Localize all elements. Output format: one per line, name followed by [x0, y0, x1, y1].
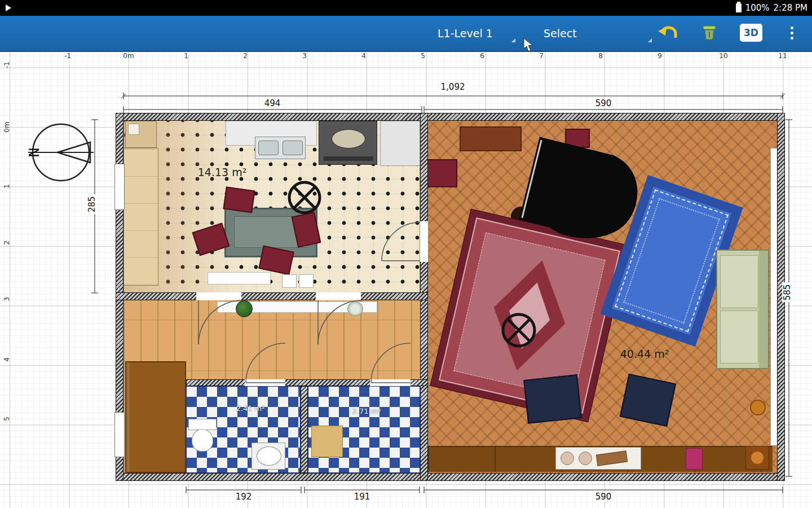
- overflow-dots-icon: [791, 27, 793, 40]
- sofa-cushion: [720, 310, 758, 364]
- baguette-icon: [596, 450, 628, 466]
- dim-kitchen-left: 285: [87, 195, 97, 214]
- three-d-button[interactable]: 3D: [740, 24, 762, 42]
- kitchen-box[interactable]: [299, 274, 314, 288]
- kitchen-chair[interactable]: [223, 187, 255, 213]
- ruler-top-label: 6: [480, 52, 484, 60]
- ruler-top-label: 7: [539, 52, 544, 60]
- sofa-cushion: [720, 255, 758, 308]
- wall-bottom[interactable]: [116, 473, 785, 481]
- dim-living-bottom: 590: [594, 492, 614, 502]
- dim-bath1-bottom: 192: [234, 492, 254, 502]
- kitchen-side-cabinets[interactable]: [123, 148, 158, 286]
- toolbar: L1-Level 1 Select 3D: [0, 16, 812, 52]
- kitchen-box[interactable]: [282, 274, 297, 288]
- dim-living-right: 585: [782, 283, 792, 303]
- ruler-top-label: 9: [657, 52, 662, 60]
- plate-icon: [561, 452, 574, 465]
- dim-total-top: 1,092: [439, 82, 467, 92]
- three-d-label: 3D: [744, 27, 758, 38]
- ruler-top-label: 4: [361, 52, 366, 60]
- serving-tray[interactable]: [555, 447, 641, 470]
- ruler-left-label: 5: [3, 417, 11, 421]
- bathroom-cabinet[interactable]: [311, 426, 343, 457]
- compass-north-label: N: [27, 147, 42, 157]
- wall-top[interactable]: [116, 113, 785, 121]
- bathroom1-area-label: 2.41 m²: [236, 404, 265, 413]
- potted-plant[interactable]: [236, 300, 253, 317]
- pretzel-icon[interactable]: [750, 400, 766, 415]
- kitchen-fridge[interactable]: [380, 121, 420, 166]
- ruler-left-label: 3: [3, 297, 11, 301]
- bread-icon: [751, 451, 764, 465]
- plate-icon: [579, 452, 592, 465]
- sink-basin: [283, 141, 303, 155]
- door-opening: [370, 379, 411, 386]
- tool-selector-label: Select: [544, 27, 577, 40]
- kitchen-area-label: 14.13 m²: [198, 166, 247, 178]
- pink-box[interactable]: [686, 448, 703, 470]
- status-bar: 100% 2:28 PM: [0, 0, 812, 16]
- bathroom2-area-label: 2.71 m²: [352, 407, 381, 415]
- dim-kitchen-top: 494: [263, 98, 283, 108]
- ruler-top-label: -1: [64, 52, 71, 60]
- toilet-tank[interactable]: [188, 419, 217, 430]
- window[interactable]: [114, 412, 125, 457]
- door-opening: [245, 379, 285, 386]
- ruler-top-label: 2: [243, 52, 248, 60]
- sofa[interactable]: [716, 249, 769, 369]
- bathroom-sink[interactable]: [251, 443, 285, 470]
- door-opening: [316, 292, 361, 300]
- window[interactable]: [114, 164, 125, 210]
- ruler-left-label: 4: [3, 357, 11, 362]
- kitchen-sink[interactable]: [255, 137, 306, 159]
- status-clock: 2:28 PM: [774, 3, 807, 13]
- ruler-top-label: 0m: [123, 52, 134, 60]
- basket[interactable]: [745, 446, 769, 470]
- trash-bin-icon: [701, 24, 718, 41]
- stool[interactable]: [565, 129, 590, 148]
- dim-living-top: 590: [594, 98, 614, 108]
- toilet-bowl[interactable]: [192, 429, 213, 452]
- door-opening: [420, 221, 428, 262]
- ottoman[interactable]: [523, 374, 582, 424]
- stove-handle: [324, 156, 373, 161]
- undo-icon: [658, 24, 678, 41]
- delete-button[interactable]: [697, 21, 722, 45]
- sink-basin: [258, 141, 279, 155]
- cursor-icon: [523, 38, 536, 53]
- ruler-left-label: 0m: [3, 121, 11, 132]
- ruler-top-label: 1: [184, 52, 188, 60]
- living-area-label: 40.44 m²: [620, 348, 669, 360]
- battery-percent: 100%: [745, 3, 770, 13]
- kitchen-stove[interactable]: [319, 121, 377, 165]
- door-opening: [196, 292, 241, 300]
- wall-kitchen-bottom[interactable]: [116, 292, 428, 300]
- cabinet-sink-icon: [128, 124, 139, 135]
- ruler-left-label: 2: [3, 240, 11, 245]
- ruler-left-label: -1: [3, 62, 11, 68]
- compass-icon: N: [27, 124, 94, 181]
- armchair[interactable]: [427, 159, 457, 187]
- console-table[interactable]: [460, 126, 522, 151]
- wall-bathroom-divider[interactable]: [301, 386, 308, 473]
- level-selector[interactable]: L1-Level 1: [434, 23, 515, 43]
- sink-bowl: [257, 446, 281, 466]
- tool-selector[interactable]: Select: [540, 23, 652, 43]
- overflow-menu-button[interactable]: [782, 21, 802, 45]
- rug-inner-pattern: [623, 198, 720, 323]
- ruler-top-label: 3: [302, 52, 307, 60]
- kitchen-low-shelf[interactable]: [208, 272, 271, 284]
- potted-plant[interactable]: [347, 301, 363, 316]
- ruler-left-label: 1: [3, 184, 11, 189]
- kitchen-corner-cabinet[interactable]: [125, 121, 157, 148]
- hallway-wardrobe[interactable]: [125, 361, 186, 473]
- plan-canvas[interactable]: -1 0m 1 2 3 4 5 6 7 8 9 10 11 -1 0m 1 2 …: [0, 51, 812, 508]
- undo-button[interactable]: [656, 21, 681, 45]
- stove-burner: [332, 129, 365, 148]
- ruler-top-label: 11: [778, 52, 787, 60]
- battery-icon: [736, 3, 742, 12]
- ruler-top-label: 10: [719, 52, 727, 60]
- app-screen: 100% 2:28 PM L1-Level 1 Select: [0, 0, 812, 508]
- dim-bath2-bottom: 191: [352, 492, 372, 502]
